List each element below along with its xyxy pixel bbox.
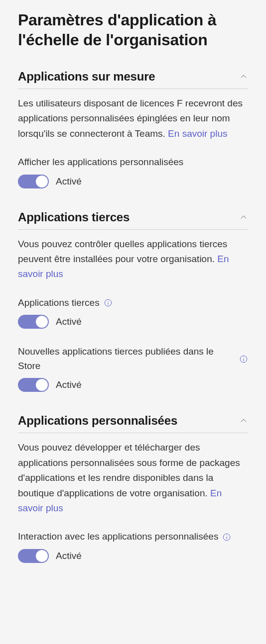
section-third-party-apps: Applications tierces Vous pouvez contrôl… [18, 210, 248, 392]
toggle-knob [36, 550, 48, 562]
info-icon[interactable] [239, 355, 248, 364]
toggle-status: Activé [56, 176, 82, 187]
toggle-status: Activé [56, 316, 82, 327]
toggle-new-thirdparty-apps[interactable] [18, 378, 49, 392]
svg-point-8 [227, 535, 227, 536]
setting-label-new-thirdparty: Nouvelles applications tierces publiées … [18, 345, 248, 373]
section-header-tailored[interactable]: Applications sur mesure [18, 70, 248, 89]
toggle-row: Activé [18, 549, 248, 563]
learn-more-link[interactable]: En savoir plus [168, 128, 227, 139]
toggle-knob [36, 379, 48, 391]
toggle-custom-interaction[interactable] [18, 549, 49, 563]
toggle-knob [36, 176, 48, 187]
section-header-custom[interactable]: Applications personnalisées [18, 414, 248, 433]
section-custom-apps: Applications personnalisées Vous pouvez … [18, 414, 248, 562]
setting-label-custom-interaction: Interaction avec les applications person… [18, 530, 248, 544]
label-text: Nouvelles applications tierces publiées … [18, 345, 235, 373]
section-desc-custom: Vous pouvez développer et télécharger de… [18, 440, 248, 516]
setting-new-thirdparty-apps: Nouvelles applications tierces publiées … [18, 345, 248, 392]
section-title-tailored: Applications sur mesure [18, 70, 155, 84]
info-icon[interactable] [104, 298, 113, 307]
section-tailored-apps: Applications sur mesure Les utilisateurs… [18, 70, 248, 188]
svg-point-5 [243, 357, 244, 358]
section-title-custom: Applications personnalisées [18, 414, 177, 428]
toggle-thirdparty-apps[interactable] [18, 315, 49, 329]
label-text: Interaction avec les applications person… [18, 530, 218, 544]
toggle-show-tailored[interactable] [18, 175, 49, 188]
label-text: Afficher les applications personnalisées [18, 155, 183, 170]
toggle-row: Activé [18, 315, 248, 329]
section-desc-thirdparty: Vous pouvez contrôler quelles applicatio… [18, 237, 248, 282]
svg-point-2 [108, 301, 108, 301]
info-icon[interactable] [222, 533, 231, 542]
setting-show-tailored: Afficher les applications personnalisées… [18, 155, 248, 188]
desc-text: Vous pouvez contrôler quelles applicatio… [18, 239, 227, 264]
section-header-thirdparty[interactable]: Applications tierces [18, 210, 248, 230]
toggle-status: Activé [56, 379, 82, 390]
setting-thirdparty-apps: Applications tierces Activé [18, 296, 248, 329]
toggle-knob [36, 316, 48, 328]
toggle-row: Activé [18, 378, 248, 392]
chevron-up-icon [239, 416, 248, 425]
page-title: Paramètres d'application à l'échelle de … [18, 10, 248, 50]
toggle-row: Activé [18, 175, 248, 188]
chevron-up-icon [239, 213, 248, 222]
chevron-up-icon [239, 72, 248, 81]
label-text: Applications tierces [18, 296, 100, 310]
section-title-thirdparty: Applications tierces [18, 210, 130, 224]
setting-custom-interaction: Interaction avec les applications person… [18, 530, 248, 563]
desc-text: Vous pouvez développer et télécharger de… [18, 442, 240, 498]
setting-label-thirdparty: Applications tierces [18, 296, 248, 310]
toggle-status: Activé [56, 551, 82, 561]
section-desc-tailored: Les utilisateurs disposant de licences F… [18, 96, 248, 141]
setting-label-show-tailored: Afficher les applications personnalisées [18, 155, 248, 170]
